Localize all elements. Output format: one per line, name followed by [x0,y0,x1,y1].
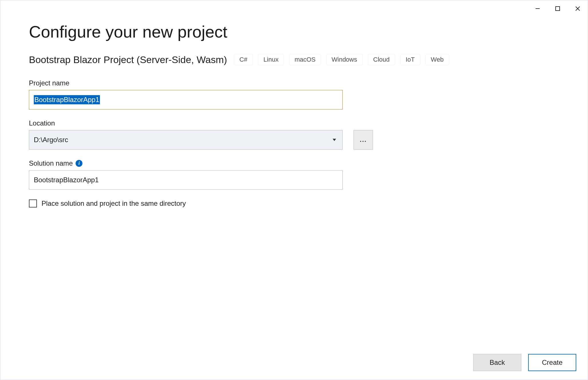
page-title: Configure your new project [29,22,559,41]
browse-button[interactable]: ... [354,130,373,150]
titlebar [0,0,588,17]
location-value: D:\Argo\src [34,136,68,144]
tag: Web [425,54,449,65]
minimize-icon [535,6,540,11]
template-name: Bootstrap Blazor Project (Server-Side, W… [29,54,227,65]
tag-list: C# Linux macOS Windows Cloud IoT Web [234,54,449,65]
footer-buttons: Back Create [473,354,576,371]
same-directory-row: Place solution and project in the same d… [29,199,559,207]
same-directory-checkbox[interactable] [29,199,37,207]
project-name-field: Project name BootstrapBlazorApp1 [29,79,559,109]
tag: IoT [400,54,420,65]
tag: macOS [289,54,321,65]
solution-name-label-text: Solution name [29,159,73,167]
project-name-value: BootstrapBlazorApp1 [34,95,100,104]
location-field: Location D:\Argo\src ... [29,119,559,150]
solution-name-input[interactable]: BootstrapBlazorApp1 [29,170,343,190]
solution-name-label: Solution name i [29,159,559,167]
dialog-window: Configure your new project Bootstrap Bla… [0,0,588,380]
maximize-icon [555,6,560,11]
project-name-label: Project name [29,79,559,87]
content-area: Configure your new project Bootstrap Bla… [0,17,588,380]
tag: Linux [258,54,284,65]
location-combobox[interactable]: D:\Argo\src [29,130,343,150]
same-directory-label: Place solution and project in the same d… [42,199,186,207]
maximize-button[interactable] [548,0,568,17]
solution-name-value: BootstrapBlazorApp1 [34,176,99,184]
create-button[interactable]: Create [528,354,576,371]
location-row: D:\Argo\src ... [29,130,559,150]
minimize-button[interactable] [528,0,548,17]
back-button[interactable]: Back [473,354,521,371]
subtitle-row: Bootstrap Blazor Project (Server-Side, W… [29,54,559,65]
project-name-input[interactable]: BootstrapBlazorApp1 [29,90,343,109]
create-button-label: Create [542,359,563,367]
close-icon [575,6,580,11]
location-label: Location [29,119,559,127]
tag: Cloud [368,54,395,65]
back-button-label: Back [490,359,505,367]
browse-label: ... [360,136,367,144]
tag: Windows [326,54,362,65]
tag: C# [234,54,253,65]
svg-rect-1 [556,7,560,11]
close-button[interactable] [568,0,588,17]
chevron-down-icon [333,139,336,141]
info-icon[interactable]: i [76,160,82,167]
solution-name-field: Solution name i BootstrapBlazorApp1 [29,159,559,190]
